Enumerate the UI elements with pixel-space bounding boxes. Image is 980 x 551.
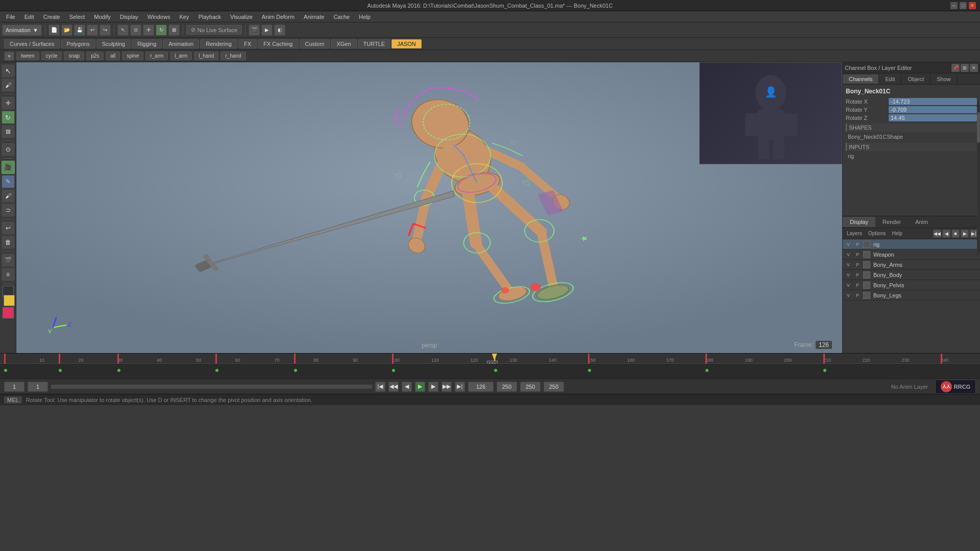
- right-scrollbar-thumb[interactable]: [977, 112, 980, 143]
- rotate-tool[interactable]: ↻: [156, 24, 167, 36]
- menu-modify[interactable]: Modify: [90, 13, 114, 21]
- camera-btn[interactable]: 🎥: [2, 161, 15, 174]
- anim-set-tween[interactable]: tween: [16, 52, 39, 60]
- rp-pin-btn[interactable]: 📌: [951, 64, 960, 72]
- current-frame-input[interactable]: [468, 382, 494, 392]
- menu-cache[interactable]: Cache: [329, 13, 354, 21]
- menu-windows[interactable]: Windows: [143, 13, 175, 21]
- end-frame-3[interactable]: [544, 382, 564, 392]
- layer-prev-btn[interactable]: ◀◀: [933, 230, 941, 238]
- anim-set-p2s[interactable]: p2s: [86, 52, 104, 60]
- delete-btn[interactable]: 🗑: [2, 236, 15, 249]
- render-btn[interactable]: 🎬: [2, 254, 15, 267]
- menu-visualize[interactable]: Visualize: [226, 13, 257, 21]
- timeline[interactable]: 10 20 30 40 50 60 70 80 90 100 110 120 1…: [0, 353, 980, 379]
- render-current[interactable]: ▶: [261, 24, 273, 36]
- anim-set-cycle[interactable]: cycle: [41, 52, 62, 60]
- module-rendering[interactable]: Rendering: [200, 39, 237, 48]
- module-turtle[interactable]: TURTLE: [358, 39, 391, 48]
- move-tool-btn[interactable]: ✛: [2, 96, 15, 110]
- end-frame-input[interactable]: [497, 382, 517, 392]
- save-scene-button[interactable]: 💾: [74, 24, 85, 36]
- go-to-start-btn[interactable]: |◀: [375, 382, 385, 392]
- anim-set-r-hand[interactable]: r_hand: [220, 52, 246, 60]
- module-curves[interactable]: Curves / Surfaces: [4, 39, 60, 48]
- layer-row-weapon[interactable]: V P Weapon: [843, 249, 980, 260]
- maximize-button[interactable]: □: [960, 2, 967, 9]
- rotate-x-value[interactable]: -14.723: [889, 98, 977, 105]
- anim-set-l-hand[interactable]: l_hand: [194, 52, 218, 60]
- module-animation[interactable]: Animation: [163, 39, 199, 48]
- anim-set-spine[interactable]: spine: [122, 52, 143, 60]
- anim-set-toggle[interactable]: ≡: [4, 52, 14, 61]
- soft-mod-btn[interactable]: ⊙: [2, 143, 15, 156]
- scale-tool[interactable]: ⊠: [168, 24, 180, 36]
- module-polygons[interactable]: Polygons: [61, 39, 95, 48]
- tab-show[interactable]: Show: [930, 74, 958, 84]
- minimize-button[interactable]: ─: [950, 2, 958, 9]
- end-frame-2[interactable]: [520, 382, 541, 392]
- grid-btn[interactable]: ≡: [2, 268, 15, 281]
- layer-row-bony-legs[interactable]: V P Bony_Legs: [843, 290, 980, 300]
- play-btn[interactable]: ▶: [415, 382, 425, 392]
- menu-help[interactable]: Help: [355, 13, 375, 21]
- undo-button[interactable]: ↩: [87, 24, 98, 36]
- start-frame-2[interactable]: [28, 382, 48, 392]
- layer-row-rig[interactable]: V P rig: [843, 239, 980, 249]
- module-rigging[interactable]: Rigging: [132, 39, 162, 48]
- viewport[interactable]: RRCG 人人素材 RRCG 人人素材 人人素材 RRCG 人人素材 RRCG …: [16, 62, 842, 353]
- move-tool[interactable]: ✛: [143, 24, 154, 36]
- menu-select[interactable]: Select: [65, 13, 89, 21]
- select-tool[interactable]: ↖: [117, 24, 129, 36]
- rp-close-btn[interactable]: ✕: [970, 64, 978, 72]
- layer-row-bony-pelvis[interactable]: V P Bony_Pelvis: [843, 280, 980, 290]
- rp-expand-btn[interactable]: ⊞: [961, 64, 969, 72]
- menu-edit[interactable]: Edit: [20, 13, 38, 21]
- animation-mode-dropdown[interactable]: Animation ▼: [2, 24, 42, 36]
- tab-edit[interactable]: Edit: [879, 74, 901, 84]
- help-menu[interactable]: Help: [890, 230, 904, 237]
- menu-anim-deform[interactable]: Anim Deform: [258, 13, 299, 21]
- render-settings[interactable]: 🎬: [249, 24, 260, 36]
- accent-color-btn[interactable]: [3, 307, 14, 318]
- tab-render[interactable]: Render: [875, 217, 908, 227]
- scale-tool-btn[interactable]: ⊠: [2, 125, 15, 138]
- options-menu[interactable]: Options: [866, 230, 888, 237]
- rotate-z-value[interactable]: 14.45: [889, 114, 977, 121]
- layer-row-bony-arms[interactable]: V P Bony_Arms: [843, 260, 980, 270]
- brush-btn[interactable]: 🖌: [2, 189, 15, 203]
- tab-channels[interactable]: Channels: [843, 74, 879, 84]
- layer-prev-frame[interactable]: ◀: [942, 230, 950, 238]
- tab-anim[interactable]: Anim: [908, 217, 935, 227]
- frame-range-bar[interactable]: [51, 385, 372, 389]
- ipr-render[interactable]: ◐: [274, 24, 285, 36]
- menu-playback[interactable]: Playback: [194, 13, 225, 21]
- menu-file[interactable]: File: [2, 13, 19, 21]
- menu-animate[interactable]: Animate: [300, 13, 328, 21]
- pencil-btn[interactable]: ✎: [2, 175, 15, 188]
- module-fx-caching[interactable]: FX Caching: [258, 39, 298, 48]
- module-xgen[interactable]: XGen: [331, 39, 356, 48]
- new-scene-button[interactable]: 📄: [48, 24, 60, 36]
- undo-view-btn[interactable]: ↩: [2, 221, 15, 235]
- bg-color-btn[interactable]: [4, 295, 15, 306]
- lasso-btn[interactable]: ⊃: [2, 204, 15, 217]
- module-sculpting[interactable]: Sculpting: [96, 39, 131, 48]
- layer-play-btn[interactable]: ▶: [961, 230, 969, 238]
- module-custom[interactable]: Custom: [300, 39, 330, 48]
- lasso-tool[interactable]: ⊙: [130, 24, 141, 36]
- menu-create[interactable]: Create: [39, 13, 64, 21]
- paint-select-btn[interactable]: 🖌: [2, 79, 15, 92]
- anim-set-snap[interactable]: snap: [64, 52, 84, 60]
- layer-stop-btn[interactable]: ■: [951, 230, 960, 238]
- rotate-y-value[interactable]: -0.709: [889, 106, 977, 113]
- menu-display[interactable]: Display: [116, 13, 142, 21]
- go-to-end-btn[interactable]: ▶|: [455, 382, 465, 392]
- layer-row-bony-body[interactable]: V P Bony_Body: [843, 270, 980, 280]
- next-frame-btn[interactable]: ▶: [428, 382, 438, 392]
- module-fx[interactable]: FX: [238, 39, 257, 48]
- module-jason[interactable]: JASON: [391, 39, 422, 48]
- mel-label[interactable]: MEL: [4, 396, 22, 404]
- start-frame-input[interactable]: [4, 382, 24, 392]
- range-slider[interactable]: [51, 385, 372, 389]
